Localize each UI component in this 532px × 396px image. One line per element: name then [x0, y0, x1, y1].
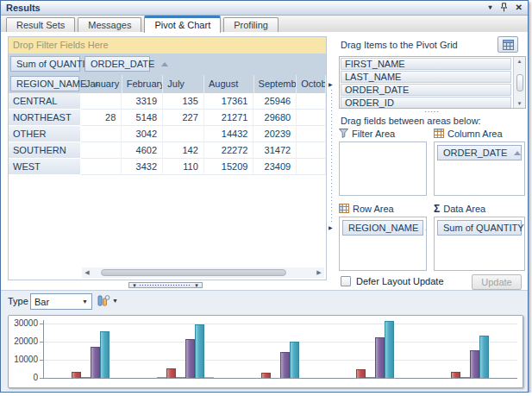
pivot-cell[interactable]	[81, 142, 122, 159]
bar-northeast-august[interactable]	[185, 339, 195, 378]
column-header-september[interactable]: September	[254, 75, 297, 93]
area-field-sum-of-quantity[interactable]: Sum of QUANTITY	[437, 220, 522, 236]
data-area-box[interactable]: Sum of QUANTITY	[434, 217, 525, 271]
pivot-cell[interactable]	[297, 159, 326, 175]
pivot-cell[interactable]: 5148	[122, 110, 163, 126]
scroll-left-icon[interactable]: ◀	[82, 269, 92, 276]
bar-northeast-january[interactable]	[157, 377, 166, 379]
tab-result-sets[interactable]: Result Sets	[6, 17, 75, 32]
bar-west-august[interactable]	[470, 350, 479, 378]
row-header-central[interactable]: CENTRAL	[9, 93, 81, 110]
column-header-july[interactable]: July	[163, 75, 204, 93]
splitter-collapse-icon[interactable]: ▼	[194, 283, 199, 288]
bar-west-september[interactable]	[479, 336, 489, 378]
pivot-cell[interactable]: 3042	[122, 126, 163, 142]
scroll-down-icon[interactable]: ▼	[517, 101, 523, 106]
bar-central-august[interactable]	[91, 347, 100, 378]
pivot-cell[interactable]: 14432	[204, 126, 254, 142]
pivot-cell[interactable]: 28	[81, 110, 122, 126]
field-list-layout-button[interactable]	[498, 36, 518, 53]
defer-layout-checkbox[interactable]	[341, 276, 351, 286]
bar-west-february[interactable]	[451, 372, 460, 378]
bar-southern-july[interactable]	[366, 377, 375, 379]
bar-southern-august[interactable]	[375, 337, 385, 378]
filter-drop-zone[interactable]: Drop Filter Fields Here	[9, 37, 326, 53]
chart-options-button[interactable]: ▼	[97, 294, 118, 307]
pin-icon[interactable]	[500, 3, 508, 14]
row-header-southern[interactable]: SOUTHERN	[9, 142, 81, 159]
row-header-other[interactable]: OTHER	[9, 126, 81, 142]
bar-southern-february[interactable]	[356, 369, 366, 378]
filter-area-box[interactable]	[339, 141, 427, 196]
column-field-button[interactable]: ORDER_DATE	[84, 56, 150, 72]
bar-central-september[interactable]	[100, 331, 110, 378]
column-header-february[interactable]: February	[122, 75, 164, 93]
field-item-order-date[interactable]: ORDER_DATE	[341, 84, 511, 96]
area-field-order-date[interactable]: ORDER_DATE	[437, 145, 522, 160]
close-icon[interactable]: ✕	[516, 3, 523, 12]
pivot-cell[interactable]	[297, 110, 326, 126]
pivot-cell[interactable]	[81, 126, 122, 142]
row-header-northeast[interactable]: NORTHEAST	[9, 110, 81, 126]
bar-central-february[interactable]	[72, 372, 81, 378]
pivot-cell[interactable]: 227	[163, 110, 204, 126]
scroll-right-icon[interactable]: ▶	[314, 269, 324, 276]
bar-southern-september[interactable]	[385, 321, 394, 378]
bar-west-july[interactable]	[460, 377, 470, 379]
pivot-cell[interactable]: 23409	[253, 159, 297, 175]
area-field-region-name[interactable]: REGION_NAME	[342, 220, 423, 236]
bar-other-august[interactable]	[280, 352, 290, 378]
pivot-cell[interactable]: 25946	[253, 93, 297, 110]
row-area-box[interactable]: REGION_NAME	[339, 217, 427, 271]
bar-northeast-september[interactable]	[195, 324, 204, 378]
field-item-last-name[interactable]: LAST_NAME	[341, 71, 511, 83]
pivot-cell[interactable]	[81, 93, 122, 110]
field-list-scrollbar[interactable]: ▲ ▼	[513, 57, 525, 108]
scroll-up-icon[interactable]: ▲	[517, 59, 523, 64]
update-button[interactable]: Update	[472, 274, 522, 290]
pivot-cell[interactable]: 3432	[122, 159, 163, 175]
pivot-cell[interactable]	[81, 159, 122, 175]
pivot-cell[interactable]: 110	[163, 159, 204, 175]
column-area-box[interactable]: ORDER_DATE	[434, 141, 525, 196]
bar-northeast-october[interactable]	[204, 377, 214, 379]
pivot-cell[interactable]: 29680	[253, 110, 297, 126]
bar-other-september[interactable]	[290, 342, 299, 379]
pivot-cell[interactable]	[297, 126, 326, 142]
chart-type-combobox[interactable]: Bar ▼	[30, 293, 92, 310]
data-field-button[interactable]: Sum of QUANTITY	[10, 56, 80, 72]
horizontal-splitter[interactable]: ▼ ▼	[128, 282, 203, 288]
row-header-west[interactable]: WEST	[9, 159, 81, 175]
pivot-cell[interactable]: 22272	[204, 142, 254, 159]
field-item-first-name[interactable]: FIRST_NAME	[341, 58, 511, 70]
pivot-cell[interactable]: 17361	[204, 93, 254, 110]
pivot-cell[interactable]: 135	[163, 93, 204, 110]
bar-other-february[interactable]	[261, 373, 271, 378]
pivot-cell[interactable]: 142	[163, 142, 204, 159]
bar-northeast-february[interactable]	[166, 368, 176, 378]
tab-messages[interactable]: Messages	[78, 17, 141, 32]
pivot-cell[interactable]: 31472	[253, 142, 297, 159]
scrollbar-thumb[interactable]	[516, 74, 523, 91]
column-header-january[interactable]: January	[81, 75, 122, 93]
pivot-cell[interactable]: 21271	[204, 110, 254, 126]
chevron-down-icon[interactable]: ▼	[78, 299, 91, 305]
window-menu-icon[interactable]: ▾	[489, 4, 492, 11]
splitter-collapse-icon[interactable]: ▶	[329, 81, 333, 87]
scrollbar-thumb[interactable]	[101, 269, 286, 276]
pivot-cell[interactable]: 20239	[253, 126, 297, 142]
field-item-order-id[interactable]: ORDER_ID	[341, 97, 511, 109]
tab-profiling[interactable]: Profiling	[223, 17, 279, 32]
pivot-cell[interactable]: 15209	[204, 159, 254, 175]
row-field-button[interactable]: REGION_NAME	[10, 76, 79, 91]
splitter-collapse-icon[interactable]: ▶	[329, 224, 333, 230]
pivot-cell[interactable]	[163, 126, 204, 142]
splitter-collapse-icon[interactable]: ▼	[132, 283, 137, 288]
pivot-cell[interactable]	[297, 142, 326, 159]
bar-central-july[interactable]	[81, 377, 91, 379]
field-list-resize-grip[interactable]: .....	[337, 109, 527, 114]
column-header-october[interactable]: October	[297, 75, 326, 93]
pivot-cell[interactable]: 4602	[122, 142, 163, 159]
pivot-cell[interactable]	[297, 93, 326, 110]
tab-pivot-chart[interactable]: Pivot & Chart	[144, 16, 221, 33]
